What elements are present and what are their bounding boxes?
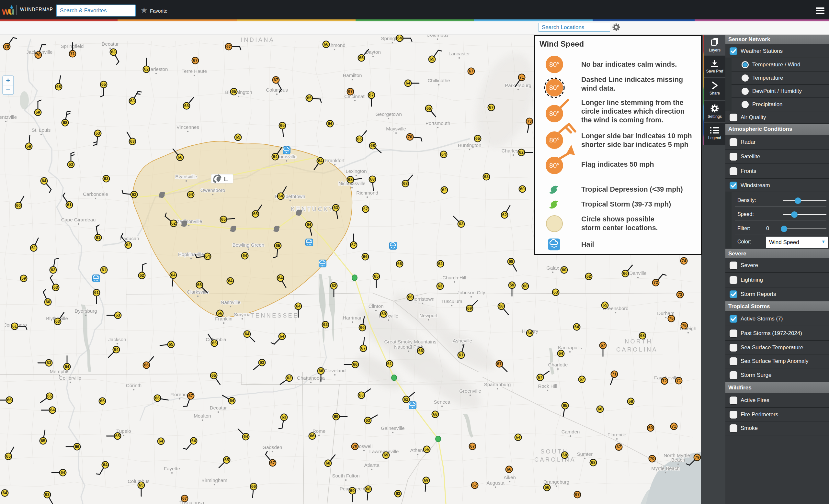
svg-text:64: 64 <box>318 159 323 163</box>
svg-text:69: 69 <box>334 414 338 419</box>
svg-text:65: 65 <box>280 123 285 128</box>
svg-text:65: 65 <box>224 458 229 462</box>
svg-text:67: 67 <box>469 69 473 74</box>
svg-text:65: 65 <box>427 106 431 111</box>
svg-text:70: 70 <box>353 444 357 449</box>
svg-text:64: 64 <box>279 194 283 198</box>
svg-text:Wentzville: Wentzville <box>0 114 17 120</box>
svg-text:61: 61 <box>387 361 392 366</box>
svg-text:Bowling Green: Bowling Green <box>232 242 264 248</box>
svg-text:Athens: Athens <box>410 448 426 453</box>
svg-text:Parkersburg: Parkersburg <box>505 83 531 88</box>
svg-text:62: 62 <box>104 177 108 181</box>
svg-text:Dyersburg: Dyersburg <box>74 308 97 314</box>
svg-text:62: 62 <box>171 221 176 226</box>
svg-text:Terre Haute: Terre Haute <box>182 68 207 74</box>
svg-text:Cape Girardeau: Cape Girardeau <box>61 217 96 222</box>
svg-text:70: 70 <box>36 53 40 57</box>
svg-text:66: 66 <box>155 396 160 400</box>
svg-text:60: 60 <box>523 284 528 288</box>
svg-text:80°: 80° <box>549 61 560 68</box>
svg-text:59: 59 <box>510 283 514 287</box>
svg-text:64: 64 <box>42 179 46 183</box>
svg-text:South Fulton: South Fulton <box>332 473 359 478</box>
svg-text:w: w <box>2 6 9 16</box>
svg-text:80°: 80° <box>549 136 560 144</box>
svg-text:63: 63 <box>396 491 400 496</box>
svg-text:wind data.: wind data. <box>581 84 615 92</box>
svg-text:64: 64 <box>159 439 163 443</box>
svg-text:Hamilton: Hamilton <box>343 73 362 78</box>
svg-text:67: 67 <box>226 44 231 49</box>
svg-text:64: 64 <box>516 435 520 439</box>
svg-text:Evansville: Evansville <box>175 174 197 179</box>
svg-text:Franklin: Franklin <box>215 316 232 321</box>
svg-text:67: 67 <box>193 58 197 63</box>
svg-text:Wind Speed: Wind Speed <box>540 39 584 48</box>
svg-text:Moulton: Moulton <box>194 413 211 419</box>
svg-text:62: 62 <box>51 268 56 272</box>
svg-text:69: 69 <box>648 426 653 430</box>
svg-text:64: 64 <box>114 347 118 352</box>
svg-text:69: 69 <box>467 306 472 311</box>
svg-text:68: 68 <box>591 460 596 465</box>
svg-text:65: 65 <box>357 137 362 142</box>
svg-text:66: 66 <box>218 311 222 316</box>
svg-text:64: 64 <box>406 81 410 85</box>
svg-text:the wind is coming from.: the wind is coming from. <box>581 116 663 124</box>
svg-text:65: 65 <box>221 217 226 222</box>
svg-text:Decatur: Decatur <box>102 41 119 47</box>
svg-text:73: 73 <box>527 119 532 124</box>
svg-text:CAROLINA: CAROLINA <box>534 456 576 463</box>
svg-text:63: 63 <box>53 285 58 290</box>
svg-text:75: 75 <box>682 323 686 328</box>
svg-text:66: 66 <box>623 271 627 276</box>
svg-text:Sumter: Sumter <box>577 451 592 457</box>
svg-text:Beach: Beach <box>671 457 685 463</box>
svg-text:62: 62 <box>126 243 131 247</box>
svg-text:Rock Hill: Rock Hill <box>538 383 557 389</box>
svg-text:61: 61 <box>96 235 100 240</box>
svg-text:Lexington: Lexington <box>346 168 367 174</box>
svg-text:63: 63 <box>553 290 558 295</box>
svg-text:Augusta: Augusta <box>486 480 505 486</box>
svg-text:68: 68 <box>56 84 61 89</box>
svg-text:61: 61 <box>94 290 99 295</box>
svg-text:67: 67 <box>351 243 356 247</box>
svg-text:61: 61 <box>12 324 17 328</box>
svg-text:71: 71 <box>612 372 617 377</box>
svg-text:69: 69 <box>384 453 388 457</box>
svg-text:67: 67 <box>188 394 193 398</box>
svg-text:63: 63 <box>130 99 135 103</box>
svg-text:INDIANA: INDIANA <box>241 37 275 43</box>
svg-text:64: 64 <box>278 276 283 280</box>
svg-text:66: 66 <box>324 42 328 47</box>
svg-text:storm center locations.: storm center locations. <box>581 224 658 232</box>
svg-text:Vincennes: Vincennes <box>177 124 199 130</box>
svg-text:Smyrna: Smyrna <box>234 312 251 317</box>
svg-text:62: 62 <box>586 274 591 279</box>
svg-text:67: 67 <box>575 492 580 497</box>
svg-text:67: 67 <box>182 496 187 501</box>
svg-text:68: 68 <box>63 120 67 125</box>
svg-text:65: 65 <box>41 439 45 443</box>
svg-text:60: 60 <box>46 300 50 304</box>
svg-text:66: 66 <box>251 484 256 489</box>
svg-text:64: 64 <box>61 470 65 475</box>
svg-text:CAROLINA: CAROLINA <box>616 346 658 353</box>
svg-text:62: 62 <box>404 397 408 402</box>
svg-text:Spartanburg: Spartanburg <box>484 382 511 387</box>
svg-text:65: 65 <box>276 243 280 248</box>
svg-text:Myrtle Beach: Myrtle Beach <box>651 465 680 471</box>
svg-text:68: 68 <box>509 259 513 264</box>
svg-text:Maysville: Maysville <box>386 126 406 131</box>
svg-text:Camden: Camden <box>562 429 580 434</box>
svg-text:Danville: Danville <box>629 270 646 276</box>
svg-text:64: 64 <box>228 279 232 283</box>
svg-text:Gainesville: Gainesville <box>381 425 404 431</box>
svg-text:Flag indicates 50 mph: Flag indicates 50 mph <box>581 161 654 168</box>
svg-text:Bloomington: Bloomington <box>225 89 252 95</box>
svg-text:63: 63 <box>56 319 60 324</box>
svg-text:63: 63 <box>116 313 120 317</box>
svg-text:65: 65 <box>475 136 480 141</box>
